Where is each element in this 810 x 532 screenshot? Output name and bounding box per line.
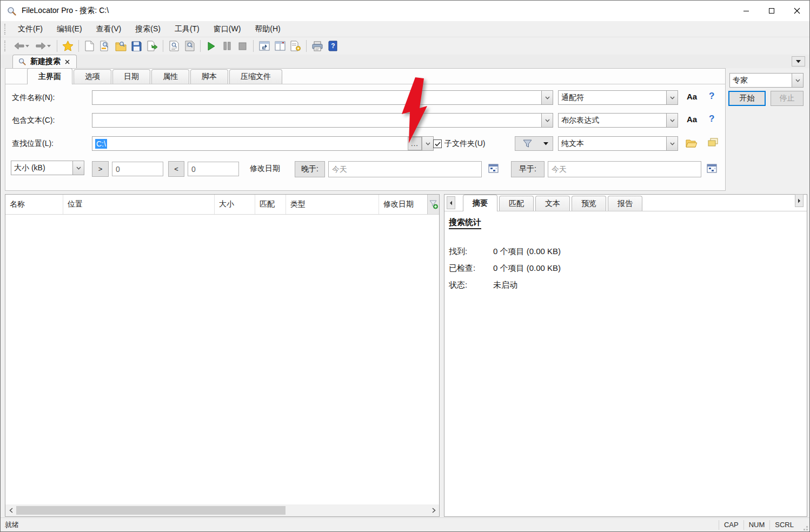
scroll-right-icon[interactable] <box>428 504 439 516</box>
column-type[interactable]: 类型 <box>286 195 379 214</box>
search-mode-dropdown-icon[interactable] <box>792 74 803 87</box>
file-name-mode-dropdown-icon[interactable] <box>666 91 678 104</box>
clone-search-button[interactable] <box>98 39 112 53</box>
tab-text[interactable]: 文本 <box>535 196 570 211</box>
containing-text-help-button[interactable]: ? <box>709 114 714 124</box>
scroll-left-icon[interactable] <box>5 504 16 516</box>
column-modified[interactable]: 修改日期 <box>379 195 427 214</box>
minimize-button[interactable] <box>733 1 759 21</box>
switch-window-button[interactable] <box>257 39 271 53</box>
menu-tools[interactable]: 工具(T) <box>168 22 207 37</box>
size-unit-dropdown-icon[interactable] <box>72 161 84 175</box>
file-name-combo[interactable] <box>92 90 553 105</box>
tab-report[interactable]: 报告 <box>608 196 642 211</box>
open-search-button[interactable] <box>114 39 128 53</box>
folder-filter-dropdown-icon[interactable] <box>539 137 553 150</box>
size-unit-combo[interactable]: 大小 (kB) <box>11 161 84 175</box>
copy-folders-icon[interactable] <box>707 138 719 150</box>
results-horizontal-scrollbar[interactable] <box>5 504 439 516</box>
before-date-button[interactable]: 早于: <box>511 161 545 177</box>
results-body[interactable] <box>5 215 439 504</box>
tab-list-dropdown-button[interactable] <box>792 56 805 66</box>
favorites-button[interactable] <box>61 39 75 53</box>
tab-matches[interactable]: 匹配 <box>499 196 534 211</box>
tab-scripts[interactable]: 脚本 <box>190 69 228 84</box>
column-size[interactable]: 大小 <box>215 195 255 214</box>
containing-text-mode-combo[interactable]: 布尔表达式 <box>558 113 678 128</box>
scrollbar-thumb[interactable] <box>16 506 286 515</box>
detail-tabs-scroll-right-button[interactable] <box>795 194 804 207</box>
detail-tabs-scroll-left-button[interactable] <box>447 196 455 209</box>
containing-text-case-button[interactable]: Aa <box>687 115 697 124</box>
tab-main[interactable]: 主界面 <box>27 68 72 84</box>
maximize-button[interactable] <box>759 1 784 21</box>
containing-text-dropdown-icon[interactable] <box>541 114 553 127</box>
report-options-button[interactable] <box>288 39 303 53</box>
search-document-tab[interactable]: 新建搜索 <box>12 55 77 68</box>
menu-view[interactable]: 查看(V) <box>89 22 129 37</box>
size-greater-input[interactable] <box>112 162 163 176</box>
menu-window[interactable]: 窗口(W) <box>207 22 248 37</box>
browse-folders-button[interactable]: ... <box>408 137 422 150</box>
menu-edit[interactable]: 编辑(E) <box>50 22 89 37</box>
export-results-button[interactable] <box>145 39 160 53</box>
tab-report-label: 报告 <box>618 199 633 209</box>
start-button[interactable]: 开始 <box>728 91 766 106</box>
tab-preview[interactable]: 预览 <box>572 196 606 211</box>
view-report-button[interactable] <box>167 39 181 53</box>
stop-search-toolbar-button[interactable] <box>235 39 250 53</box>
after-date-input[interactable] <box>328 161 482 177</box>
layout-button[interactable] <box>273 39 287 53</box>
pause-search-toolbar-button[interactable] <box>220 39 234 53</box>
folder-filter-button[interactable] <box>515 136 553 151</box>
file-name-case-button[interactable]: Aa <box>687 92 697 101</box>
file-name-mode-value: 通配符 <box>559 91 666 104</box>
containing-text-mode-dropdown-icon[interactable] <box>666 114 678 127</box>
text-mode-combo[interactable]: 纯文本 <box>558 136 678 151</box>
file-name-dropdown-icon[interactable] <box>541 91 553 104</box>
start-search-toolbar-button[interactable] <box>204 39 218 53</box>
size-greater-button[interactable]: > <box>92 161 109 177</box>
report-search-alt-icon <box>185 41 195 51</box>
open-folder-icon[interactable] <box>686 138 697 150</box>
size-less-button[interactable]: < <box>168 161 184 177</box>
close-tab-icon[interactable] <box>65 59 70 64</box>
after-date-button[interactable]: 晚于: <box>295 161 325 177</box>
new-search-button[interactable] <box>82 39 97 53</box>
save-search-button[interactable] <box>129 39 144 53</box>
menu-file[interactable]: 文件(F) <box>11 22 50 37</box>
open-folder-search-icon <box>115 41 127 51</box>
size-less-input[interactable] <box>188 162 239 176</box>
back-button[interactable] <box>11 39 32 53</box>
file-name-mode-combo[interactable]: 通配符 <box>558 90 678 105</box>
before-date-input[interactable] <box>548 161 701 177</box>
tab-options[interactable]: 选项 <box>74 69 111 84</box>
look-in-combo[interactable]: C:\ ... <box>92 136 434 151</box>
filelocator-window: FileLocator Pro - 搜索: C:\ 文件(F) 编辑(E) 查看… <box>0 0 810 532</box>
add-column-filter-button[interactable] <box>427 195 439 214</box>
column-name[interactable]: 名称 <box>5 195 63 214</box>
containing-text-combo[interactable] <box>92 113 553 128</box>
before-calendar-icon[interactable] <box>707 163 717 175</box>
search-mode-combo[interactable]: 专家 <box>729 73 804 88</box>
tab-attributes[interactable]: 属性 <box>151 69 189 84</box>
after-calendar-icon[interactable] <box>488 163 499 175</box>
help-button[interactable]: ? <box>326 39 340 53</box>
tab-archives[interactable]: 压缩文件 <box>229 69 282 84</box>
print-button[interactable] <box>310 39 324 53</box>
close-button[interactable] <box>784 1 809 21</box>
view-report-alt-button[interactable] <box>182 39 197 53</box>
tab-dates[interactable]: 日期 <box>112 69 150 84</box>
file-name-help-button[interactable]: ? <box>709 91 714 102</box>
look-in-dropdown-icon[interactable] <box>422 137 433 150</box>
subfolders-checkbox[interactable]: 子文件夹(U) <box>433 139 485 149</box>
column-matches[interactable]: 匹配 <box>255 195 286 214</box>
forward-button[interactable] <box>33 39 54 53</box>
menu-search[interactable]: 搜索(S) <box>128 22 168 37</box>
menu-help[interactable]: 帮助(H) <box>248 22 287 37</box>
column-location[interactable]: 位置 <box>63 195 215 214</box>
tab-summary[interactable]: 摘要 <box>463 195 497 211</box>
text-mode-dropdown-icon[interactable] <box>666 137 678 150</box>
stop-button[interactable]: 停止 <box>771 91 804 106</box>
resize-grip[interactable] <box>800 518 809 532</box>
